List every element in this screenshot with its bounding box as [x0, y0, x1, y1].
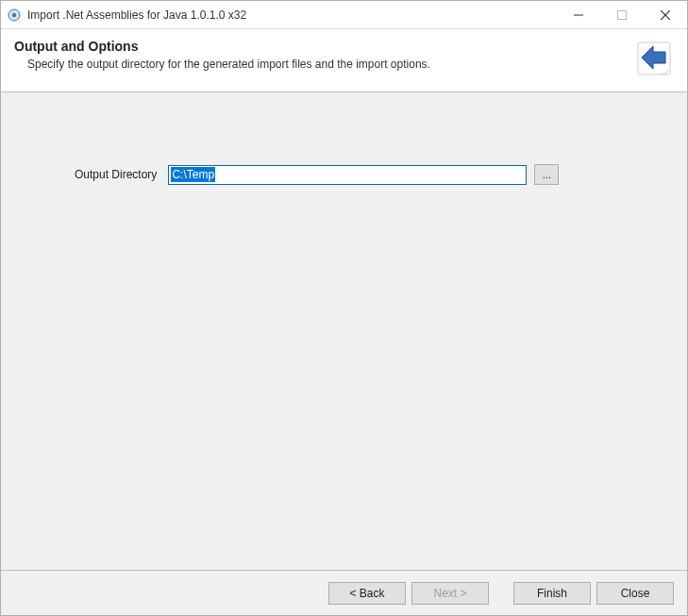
svg-point-1 [12, 12, 16, 16]
page-title: Output and Options [14, 39, 625, 54]
titlebar: Import .Net Assemblies for Java 1.0.1.0 … [1, 1, 687, 29]
browse-button-label: ... [543, 169, 551, 180]
svg-rect-3 [618, 10, 627, 19]
wizard-window: Import .Net Assemblies for Java 1.0.1.0 … [0, 0, 688, 616]
close-window-button[interactable] [644, 1, 687, 28]
minimize-button[interactable] [557, 1, 600, 28]
maximize-button [600, 1, 644, 28]
output-directory-label: Output Directory [75, 168, 157, 181]
output-directory-input-wrap: C:\Temp [168, 165, 527, 185]
wizard-content: Output Directory C:\Temp ... [1, 92, 687, 570]
finish-button[interactable]: Finish [513, 582, 591, 605]
browse-button[interactable]: ... [534, 164, 559, 185]
wizard-button-bar: < Back Next > Finish Close [1, 570, 687, 615]
window-title: Import .Net Assemblies for Java 1.0.1.0 … [27, 8, 246, 22]
page-description: Specify the output directory for the gen… [14, 58, 625, 71]
app-icon [7, 8, 22, 23]
import-arrow-icon [634, 39, 674, 78]
window-controls [557, 1, 687, 28]
next-button: Next > [411, 582, 489, 605]
back-button[interactable]: < Back [328, 582, 406, 605]
close-button[interactable]: Close [596, 582, 674, 605]
output-directory-input[interactable] [168, 165, 527, 185]
wizard-header: Output and Options Specify the output di… [1, 29, 687, 92]
output-directory-row: Output Directory C:\Temp ... [75, 164, 559, 185]
